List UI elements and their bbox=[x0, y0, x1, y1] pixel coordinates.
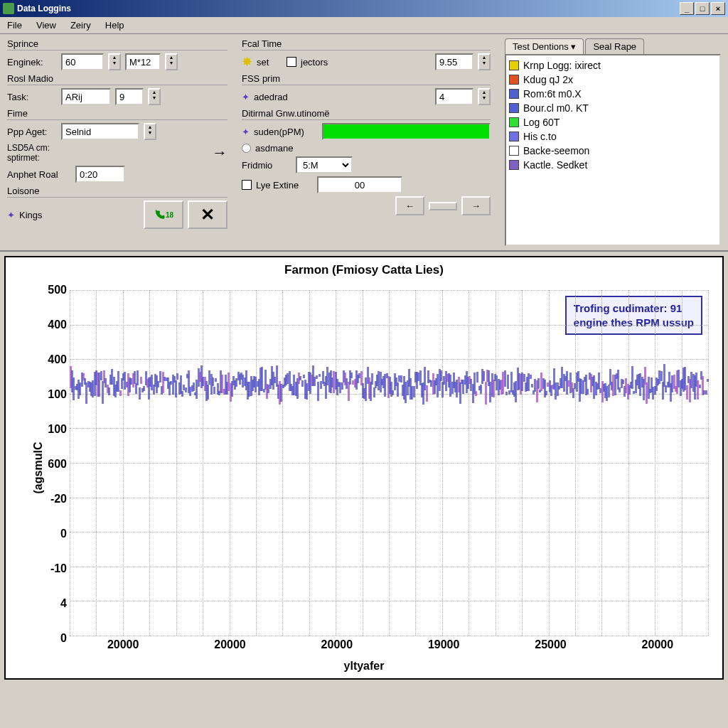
minimize-button[interactable]: _ bbox=[680, 2, 694, 15]
chart-panel: Farmon (Fmiosy Catta Lies) Trofing cudim… bbox=[4, 256, 724, 680]
adedrad-spinner[interactable] bbox=[478, 88, 491, 105]
y-tick: 0 bbox=[41, 528, 67, 540]
fime-header: Fime bbox=[7, 108, 228, 120]
grid bbox=[70, 290, 708, 636]
list-item-label: Krnp Logg: ixirect bbox=[523, 60, 601, 71]
menu-view[interactable]: View bbox=[33, 18, 59, 32]
color-swatch-icon bbox=[509, 132, 519, 141]
color-swatch-icon bbox=[509, 89, 519, 99]
list-item[interactable]: Kdug qJ 2x bbox=[509, 73, 717, 87]
list-item[interactable]: Backe-seemon bbox=[509, 144, 717, 158]
blank-button[interactable] bbox=[429, 202, 457, 210]
list-item-label: Backe-seemon bbox=[523, 145, 589, 156]
task-num-input[interactable] bbox=[115, 88, 144, 105]
jectors-input[interactable] bbox=[435, 53, 473, 70]
y-tick: 400 bbox=[41, 318, 67, 331]
anphet-label: Anphet Roal bbox=[7, 169, 71, 180]
phone-icon bbox=[154, 208, 166, 221]
fcal-header: Fcal Time bbox=[242, 38, 491, 50]
list-item[interactable]: Log 60T bbox=[509, 115, 717, 129]
adedrad-input[interactable] bbox=[435, 88, 473, 105]
suden-progress bbox=[322, 123, 491, 140]
y-tick: 100 bbox=[41, 388, 67, 401]
lye-label: Lye Extine bbox=[256, 180, 313, 191]
kings-label: Kings bbox=[19, 210, 69, 220]
list-item-label: Rom:6t m0.X bbox=[523, 88, 582, 100]
menu-help[interactable]: Help bbox=[102, 18, 127, 32]
enginek-unit-input[interactable] bbox=[125, 53, 161, 70]
x-tick: 20000 bbox=[214, 638, 246, 651]
call-button[interactable]: 18 bbox=[144, 200, 183, 229]
maximize-button[interactable]: □ bbox=[695, 2, 710, 15]
list-item-label: His c.to bbox=[523, 131, 557, 142]
right-column: Test Dentions ▾ Seal Rape Krnp Logg: ixi… bbox=[498, 34, 728, 250]
list-item[interactable]: Rom:6t m0.X bbox=[509, 87, 717, 101]
y-tick: -20 bbox=[41, 493, 67, 505]
series-listbox[interactable]: Krnp Logg: ixirectKdug qJ 2xRom:6t m0.XB… bbox=[505, 54, 721, 246]
x-tick: 20000 bbox=[321, 638, 353, 651]
app-icon bbox=[3, 3, 14, 14]
enginek-spinner[interactable] bbox=[108, 53, 121, 70]
y-tick: 600 bbox=[41, 458, 67, 471]
y-tick: 100 bbox=[41, 423, 67, 436]
ppp-input[interactable] bbox=[61, 123, 139, 140]
forward-button[interactable]: → bbox=[461, 196, 491, 215]
tab-test-dentions[interactable]: Test Dentions ▾ bbox=[505, 38, 584, 54]
list-item-label: Bour.cl m0. KT bbox=[523, 102, 589, 114]
task-label: Task: bbox=[7, 92, 57, 102]
ditirmal-header: Ditirmal Gnw.utinomё bbox=[242, 108, 491, 120]
fridmio-select[interactable]: 5:M bbox=[296, 156, 353, 173]
cancel-button[interactable]: ✕ bbox=[188, 200, 228, 229]
loisone-header: Loisone bbox=[7, 186, 228, 198]
enginek-label: Enginek: bbox=[7, 57, 57, 68]
spt-label: sptirmet: bbox=[7, 153, 57, 163]
list-item[interactable]: Krnp Logg: ixirect bbox=[509, 58, 717, 73]
ppp-spinner[interactable] bbox=[144, 123, 156, 140]
anphet-input[interactable] bbox=[75, 166, 125, 183]
task-spinner[interactable] bbox=[148, 88, 161, 105]
star-icon: ✸ bbox=[242, 54, 252, 70]
list-item[interactable]: Bour.cl m0. KT bbox=[509, 101, 717, 115]
menu-zeiry[interactable]: Zeiry bbox=[68, 18, 94, 32]
arrow-right-icon[interactable]: → bbox=[212, 144, 228, 162]
lye-checkbox[interactable] bbox=[242, 180, 252, 190]
list-item-label: Log 60T bbox=[523, 117, 560, 128]
middle-column: Fcal Time ✸ set jectors FSS prim ✦ adedr… bbox=[235, 34, 498, 250]
tabs: Test Dentions ▾ Seal Rape bbox=[505, 38, 721, 54]
tab-seal-rape[interactable]: Seal Rape bbox=[585, 38, 644, 54]
y-tick: -10 bbox=[41, 562, 67, 575]
suden-label: suden(pPM) bbox=[254, 127, 318, 137]
menu-file[interactable]: File bbox=[4, 18, 25, 32]
y-tick: 500 bbox=[41, 284, 67, 296]
list-item-label: Kactle. Sedket bbox=[523, 159, 587, 171]
lsd-label: LSD5A cm: bbox=[7, 143, 57, 153]
lye-input[interactable] bbox=[317, 176, 402, 193]
x-tick: 20000 bbox=[642, 638, 674, 651]
top-panel: Sprince Enginek: Rosl Madio Task: Fime P… bbox=[0, 34, 728, 252]
left-column: Sprince Enginek: Rosl Madio Task: Fime P… bbox=[0, 34, 235, 250]
x-axis-label: yltyafer bbox=[344, 660, 385, 673]
close-button[interactable]: × bbox=[711, 2, 725, 15]
jectors-checkbox[interactable] bbox=[287, 57, 296, 67]
list-item[interactable]: His c.to bbox=[509, 129, 717, 144]
y-tick: 4 bbox=[41, 597, 67, 610]
back-button[interactable]: ← bbox=[395, 196, 424, 215]
list-item[interactable]: Kactle. Sedket bbox=[509, 158, 717, 172]
rosl-header: Rosl Madio bbox=[7, 73, 228, 85]
fss-header: FSS prim bbox=[242, 73, 491, 85]
color-swatch-icon bbox=[509, 117, 519, 127]
color-swatch-icon bbox=[509, 146, 519, 156]
color-swatch-icon bbox=[509, 160, 519, 170]
task-input[interactable] bbox=[61, 88, 111, 105]
asdmane-label: asdmane bbox=[255, 143, 305, 154]
color-swatch-icon bbox=[509, 103, 519, 113]
plot-area bbox=[70, 290, 708, 636]
jectors-spinner[interactable] bbox=[478, 53, 491, 70]
list-item-label: Kdug qJ 2x bbox=[523, 74, 573, 85]
set-label: set bbox=[257, 57, 282, 68]
asdmane-radio[interactable] bbox=[242, 144, 251, 153]
enginek-unit-spinner[interactable] bbox=[165, 53, 178, 70]
data-series bbox=[70, 374, 708, 395]
window-title: Data Loggins bbox=[17, 4, 71, 14]
enginek-input[interactable] bbox=[61, 53, 104, 70]
